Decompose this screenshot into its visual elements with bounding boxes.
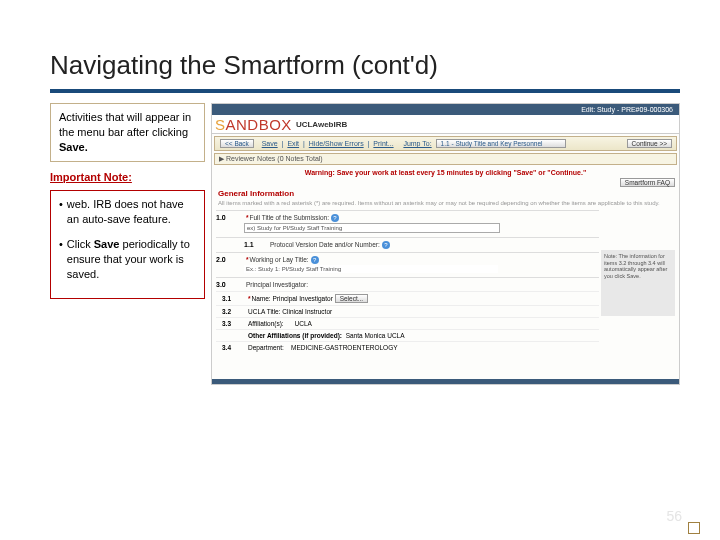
bullet-1: web. IRB does not have an auto-save feat… (67, 197, 196, 227)
menu-save[interactable]: Save (262, 140, 278, 147)
app-screenshot: Edit: Study - PRE#09-000306 SANDBOX UCLA… (211, 103, 680, 385)
reviewer-notes-bar[interactable]: ▶ Reviewer Notes (0 Notes Total) (214, 153, 677, 165)
q-3-3b-label: Other Affiliations (if provided): (248, 332, 342, 339)
smartform-faq-button[interactable]: Smartform FAQ (620, 178, 675, 187)
important-note-box: •web. IRB does not have an auto-save fea… (50, 190, 205, 298)
sandbox-logo: SANDBOX (215, 116, 292, 133)
title-rule (50, 89, 680, 93)
menu-exit[interactable]: Exit (287, 140, 299, 147)
menu-print[interactable]: Print... (373, 140, 393, 147)
q-3-2-label: UCLA Title: Clinical Instructor (248, 308, 332, 315)
intro-box: Activities that will appear in the menu … (50, 103, 205, 162)
ucla-webirb-label: UCLAwebIRB (296, 120, 347, 129)
help-icon[interactable]: ? (382, 241, 390, 249)
q-2-0-field: Ex.: Study 1: PI/Study Staff Training (244, 265, 498, 273)
window-title: Edit: Study - PRE#09-000306 (581, 106, 673, 113)
q-1-1-label: Protocol Version Date and/or Number: (270, 241, 380, 248)
intro-text: Activities that will appear in the menu … (59, 111, 191, 138)
bottom-bar (212, 379, 679, 384)
q-3-0-label: Principal Investigator: (246, 281, 308, 288)
q-3-3a-label: Affiliation(s): (248, 320, 284, 327)
continue-button[interactable]: Continue >> (627, 139, 672, 148)
q-3-1-label: Name: Principal Investigator (248, 295, 333, 302)
save-warning: Warning: Save your work at least every 1… (212, 169, 679, 176)
window-titlebar: Edit: Study - PRE#09-000306 (212, 104, 679, 115)
important-note-heading: Important Note: (50, 170, 205, 185)
page-number: 56 (666, 508, 682, 524)
q-3-4-label: Department: (248, 344, 284, 351)
section-instructions: All items marked with a red asterisk (*)… (212, 200, 679, 210)
intro-bold: Save. (59, 141, 88, 153)
jump-to-label: Jump To: (403, 140, 431, 147)
menu-hide-errors[interactable]: Hide/Show Errors (309, 140, 364, 147)
select-pi-button[interactable]: Select... (335, 294, 368, 303)
q-1-0-label: Full Title of the Submission: (246, 214, 329, 221)
jump-to-select[interactable]: 1.1 - Study Title and Key Personnel (436, 139, 566, 148)
help-icon[interactable]: ? (331, 214, 339, 222)
menu-bar: << Back Save | Exit | Hide/Show Errors |… (214, 136, 677, 151)
q-2-0-label: Working or Lay Title: (246, 256, 309, 263)
help-icon[interactable]: ? (311, 256, 319, 264)
section-heading: General Information (212, 187, 679, 200)
q-1-0-field[interactable]: ex) Study for PI/Study Staff Training (244, 223, 500, 233)
slide-title: Navigating the Smartform (cont'd) (50, 50, 680, 81)
back-button[interactable]: << Back (220, 139, 254, 148)
corner-square-icon (688, 522, 700, 534)
side-note: Note: The information for items 3.2 thro… (601, 250, 675, 316)
bullet-2: Click Save periodically to ensure that y… (67, 237, 196, 282)
